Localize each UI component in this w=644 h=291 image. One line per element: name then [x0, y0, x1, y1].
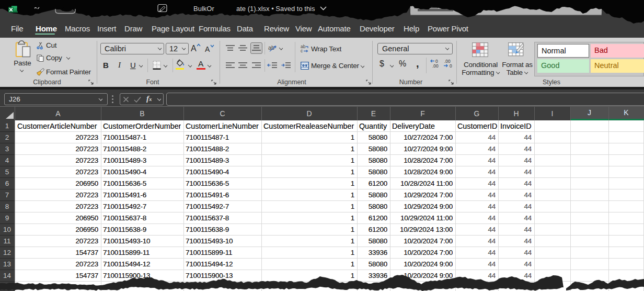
svg-text:ate (1).xlsx • Saved to this: ate (1).xlsx • Saved to this	[236, 5, 315, 13]
svg-text:BulkOr: BulkOr	[193, 5, 214, 13]
